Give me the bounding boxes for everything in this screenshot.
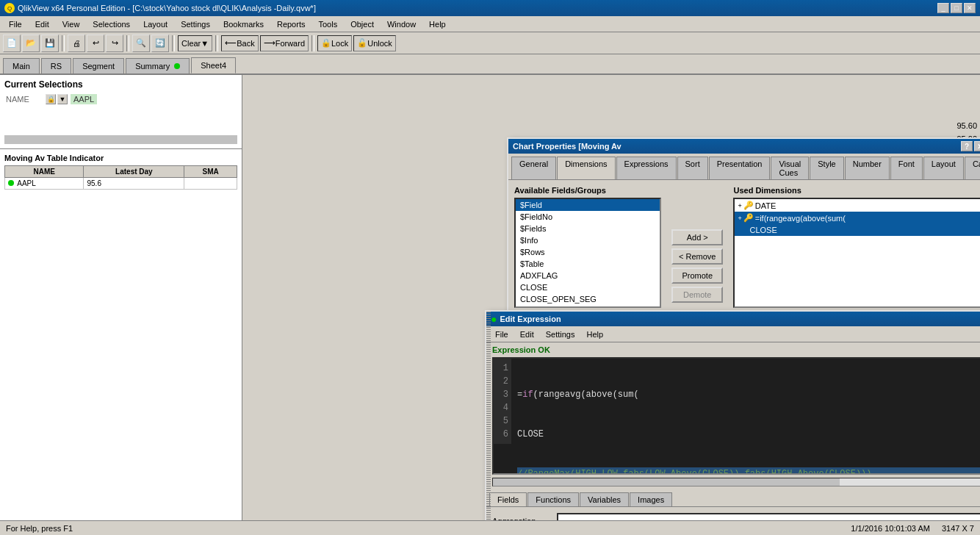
edit-expr-title: Edit Expression bbox=[500, 315, 561, 323]
clear-selection-button[interactable]: ▼ bbox=[57, 94, 68, 104]
menu-object[interactable]: Object bbox=[345, 18, 380, 30]
expr-menu-settings[interactable]: Settings bbox=[540, 328, 581, 340]
expression-editor[interactable]: 123456 =if(rangeavg(above(sum( CLOSE //R… bbox=[492, 357, 980, 475]
menu-help[interactable]: Help bbox=[423, 18, 452, 30]
field-item-close-open-type[interactable]: CLOSE_OPEN_TYPE bbox=[516, 305, 660, 308]
menu-reports[interactable]: Reports bbox=[271, 18, 311, 30]
promote-button[interactable]: Promote bbox=[671, 268, 723, 284]
field-item-fieldno[interactable]: $FieldNo bbox=[516, 211, 660, 223]
menu-view[interactable]: View bbox=[57, 18, 86, 30]
tab-number[interactable]: Number bbox=[845, 157, 890, 179]
used-dim-rangeavg[interactable]: + 🔑 =if(rangeavg(above(sum( bbox=[735, 212, 980, 224]
field-item-close[interactable]: CLOSE bbox=[516, 281, 660, 293]
dim-icon-date: 🔑 bbox=[743, 201, 754, 210]
drag-handle[interactable] bbox=[486, 312, 491, 535]
menu-tools[interactable]: Tools bbox=[312, 18, 343, 30]
current-selections: Current Selections NAME 🔒 ▼ AAPL bbox=[0, 75, 242, 148]
tab-summary[interactable]: Summary bbox=[126, 58, 190, 73]
new-button[interactable]: 📄 bbox=[3, 35, 21, 52]
horizontal-editor-scrollbar[interactable] bbox=[492, 478, 980, 486]
chart-props-close-button[interactable]: ✕ bbox=[974, 141, 980, 151]
save-button[interactable]: 💾 bbox=[41, 35, 59, 52]
menu-layout[interactable]: Layout bbox=[137, 18, 173, 30]
expand-icon-rangeavg[interactable]: + bbox=[738, 215, 741, 222]
bottom-tabs: Fields Functions Variables Images bbox=[486, 489, 980, 507]
close-button[interactable]: ✕ bbox=[964, 3, 976, 13]
tab-main[interactable]: Main bbox=[3, 58, 40, 73]
menu-bookmarks[interactable]: Bookmarks bbox=[217, 18, 270, 30]
tab-variables[interactable]: Variables bbox=[580, 492, 629, 506]
code-line-3: //RangeMax(HIGH-LOW,fabs(LOW-Above(CLOSE… bbox=[517, 467, 980, 475]
maximize-button[interactable]: □ bbox=[951, 3, 962, 13]
tab-dimensions[interactable]: Dimensions bbox=[557, 157, 615, 179]
used-dim-close[interactable]: CLOSE bbox=[735, 224, 980, 236]
menu-edit[interactable]: Edit bbox=[29, 18, 55, 30]
tab-caption[interactable]: Caption bbox=[965, 157, 980, 179]
menu-selections[interactable]: Selections bbox=[87, 18, 136, 30]
open-button[interactable]: 📂 bbox=[22, 35, 40, 52]
tab-segment[interactable]: Segment bbox=[73, 58, 124, 73]
undo-button[interactable]: ↩ bbox=[87, 35, 104, 52]
field-item-adxflag[interactable]: ADXFLAG bbox=[516, 270, 660, 281]
chart-props-help-button[interactable]: ? bbox=[961, 141, 973, 151]
redo-button[interactable]: ↪ bbox=[106, 35, 123, 52]
field-item-close-open-seg[interactable]: CLOSE_OPEN_SEG bbox=[516, 293, 660, 305]
scrollbar-thumb[interactable] bbox=[493, 478, 840, 486]
tab-functions[interactable]: Functions bbox=[527, 492, 579, 506]
expand-icon-date[interactable]: + bbox=[738, 202, 741, 209]
data-table: NAME Latest Day SMA AAPL 95.6 bbox=[4, 165, 237, 190]
tab-visual-cues[interactable]: Visual Cues bbox=[771, 157, 809, 179]
edit-expr-icon: ● bbox=[491, 313, 497, 325]
minimize-button[interactable]: _ bbox=[937, 3, 949, 13]
tab-style[interactable]: Style bbox=[810, 157, 843, 179]
tab-sheet4[interactable]: Sheet4 bbox=[191, 57, 236, 73]
field-item-table[interactable]: $Table bbox=[516, 258, 660, 270]
remove-dimension-button[interactable]: < Remove bbox=[671, 248, 723, 265]
menu-window[interactable]: Window bbox=[381, 18, 422, 30]
print-button[interactable]: 🖨 bbox=[68, 35, 85, 52]
edit-expr-title-bar: ● Edit Expression _ □ ✕ bbox=[486, 312, 980, 326]
tab-images[interactable]: Images bbox=[630, 492, 672, 506]
tab-rs[interactable]: RS bbox=[41, 58, 71, 73]
refresh-button[interactable]: 🔄 bbox=[151, 35, 169, 52]
right-area: 95.60 95.00 94.53 93.91 93.81 XL _ □ Cha… bbox=[242, 75, 980, 535]
lock-button[interactable]: 🔒 Lock bbox=[317, 35, 352, 51]
toolbar-sep-2 bbox=[126, 35, 129, 51]
add-dimension-button[interactable]: Add > bbox=[671, 229, 723, 245]
forward-button[interactable]: ⟶ Forward bbox=[260, 35, 309, 51]
title-bar-controls[interactable]: _ □ ✕ bbox=[937, 3, 976, 13]
clear-dropdown[interactable]: Clear▼ bbox=[178, 35, 212, 51]
tab-presentation[interactable]: Presentation bbox=[709, 157, 771, 179]
horizontal-scrollbar[interactable] bbox=[4, 135, 237, 144]
field-item-rows[interactable]: $Rows bbox=[516, 246, 660, 258]
used-dimensions-list[interactable]: + 🔑 DATE + 🔑 =if(rangeavg(above(sum( CLO… bbox=[733, 198, 980, 308]
unlock-button[interactable]: 🔓 Unlock bbox=[353, 35, 396, 51]
toolbar-sep-3 bbox=[172, 35, 175, 51]
app-icon: Q bbox=[4, 3, 15, 13]
used-dim-date[interactable]: + 🔑 DATE bbox=[735, 199, 980, 212]
demote-button[interactable]: Demote bbox=[671, 287, 723, 303]
field-item-info[interactable]: $Info bbox=[516, 234, 660, 246]
edit-expr-menu-bar: File Edit Settings Help bbox=[486, 326, 980, 342]
expr-menu-help[interactable]: Help bbox=[580, 328, 609, 340]
expr-menu-file[interactable]: File bbox=[489, 328, 514, 340]
expr-menu-edit[interactable]: Edit bbox=[514, 328, 540, 340]
chart-tabs: General Dimensions Expressions Sort Pres… bbox=[508, 154, 980, 180]
tab-general[interactable]: General bbox=[511, 157, 556, 179]
field-item-fields[interactable]: $Fields bbox=[516, 223, 660, 234]
tab-sort[interactable]: Sort bbox=[677, 157, 708, 179]
tab-expressions[interactable]: Expressions bbox=[616, 157, 677, 179]
field-list[interactable]: $Field $FieldNo $Fields $Info $Rows $Tab… bbox=[514, 198, 661, 308]
edit-expression-dialog: ● Edit Expression _ □ ✕ File Edit Settin… bbox=[485, 310, 980, 535]
search-button[interactable]: 🔍 bbox=[132, 35, 150, 52]
cell-sma bbox=[184, 178, 237, 190]
tab-layout[interactable]: Layout bbox=[923, 157, 964, 179]
tab-font[interactable]: Font bbox=[890, 157, 923, 179]
field-item-field[interactable]: $Field bbox=[516, 199, 660, 211]
back-button[interactable]: ⟵ Back bbox=[221, 35, 258, 51]
toolbar-sep-1 bbox=[62, 35, 65, 51]
menu-file[interactable]: File bbox=[3, 18, 28, 30]
lock-selection-button[interactable]: 🔒 bbox=[46, 94, 56, 104]
menu-settings[interactable]: Settings bbox=[175, 18, 216, 30]
tab-fields[interactable]: Fields bbox=[489, 492, 527, 506]
